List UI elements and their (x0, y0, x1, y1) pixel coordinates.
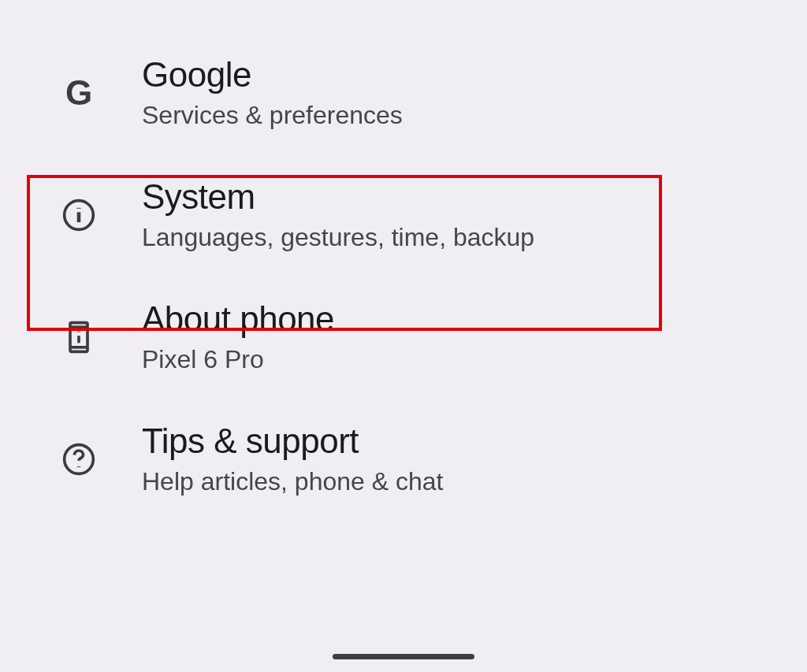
settings-item-subtitle: Languages, gestures, time, backup (142, 223, 534, 252)
settings-item-tips-support[interactable]: Tips & support Help articles, phone & ch… (0, 398, 807, 520)
phone-info-icon (55, 320, 102, 355)
settings-item-title: Tips & support (142, 421, 443, 461)
settings-item-title: Google (142, 55, 403, 95)
settings-item-subtitle: Pixel 6 Pro (142, 345, 334, 374)
settings-item-subtitle: Services & preferences (142, 101, 403, 130)
info-icon (55, 198, 102, 232)
settings-item-about-phone[interactable]: About phone Pixel 6 Pro (0, 276, 807, 398)
settings-item-google[interactable]: G Google Services & preferences (0, 32, 807, 154)
help-icon (55, 442, 102, 477)
settings-list: G Google Services & preferences System L… (0, 0, 807, 520)
google-icon: G (55, 73, 102, 113)
navigation-handle[interactable] (333, 654, 474, 659)
settings-item-title: System (142, 177, 534, 217)
settings-item-system[interactable]: System Languages, gestures, time, backup (0, 154, 807, 276)
settings-item-title: About phone (142, 299, 334, 339)
settings-item-subtitle: Help articles, phone & chat (142, 467, 443, 496)
